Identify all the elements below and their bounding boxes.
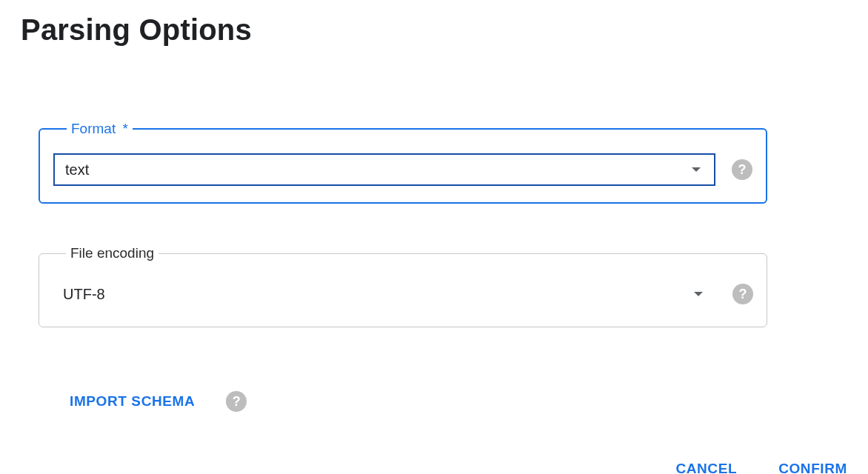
help-icon[interactable]: ? xyxy=(226,391,247,412)
format-fieldset: Format * text ? xyxy=(39,121,767,204)
caret-down-icon xyxy=(692,167,701,172)
import-schema-link[interactable]: IMPORT SCHEMA xyxy=(70,393,195,410)
encoding-select[interactable]: UTF-8 xyxy=(53,278,716,310)
encoding-fieldset: File encoding UTF-8 ? xyxy=(39,245,767,327)
help-icon[interactable]: ? xyxy=(732,159,752,180)
page-title: Parsing Options xyxy=(21,13,847,47)
format-label: Format * xyxy=(67,121,133,137)
dialog-footer: CANCEL CONFIRM xyxy=(675,461,847,474)
encoding-select-value: UTF-8 xyxy=(63,286,105,303)
required-marker: * xyxy=(122,121,127,136)
encoding-label: File encoding xyxy=(66,245,158,261)
cancel-button[interactable]: CANCEL xyxy=(675,461,737,474)
help-icon[interactable]: ? xyxy=(732,284,753,304)
format-label-text: Format xyxy=(71,121,116,136)
format-select[interactable]: text xyxy=(53,153,715,186)
confirm-button[interactable]: CONFIRM xyxy=(778,461,847,474)
caret-down-icon xyxy=(694,292,703,296)
format-select-value: text xyxy=(65,161,89,178)
